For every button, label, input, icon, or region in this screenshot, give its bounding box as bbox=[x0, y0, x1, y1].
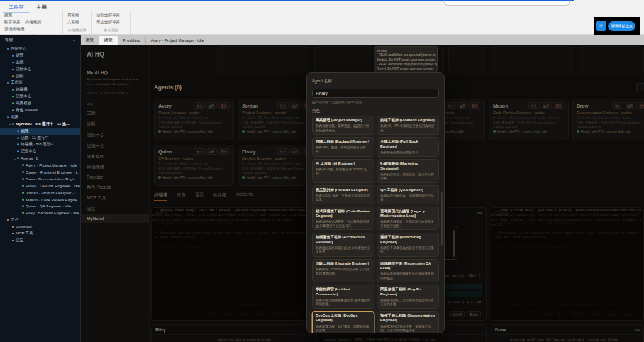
role-option[interactable]: 舊專案現代化總管 (Legacy Modernization Lead) 負責舊… bbox=[377, 207, 439, 231]
tree-item[interactable]: Finley · DevOps Engineer · idle bbox=[0, 182, 80, 189]
tree-item-label: Riley · Backend Engineer · idle bbox=[26, 211, 79, 215]
role-option[interactable]: 程式碼審查工程師 (Code Review Engineer) 負責最終程式碼審… bbox=[312, 207, 374, 231]
role-option[interactable]: QA 工程師 (QA Engineer) 負責驗證功能行為、回歸風險與交付品質。 bbox=[377, 185, 439, 204]
tree-item[interactable]: 終端機 bbox=[0, 86, 80, 93]
terminal-wall-button[interactable]: 終端機牆 bbox=[25, 19, 41, 25]
grid-4-button[interactable]: 四宮格 bbox=[67, 13, 87, 18]
tree-status-dot bbox=[12, 240, 14, 241]
tree-item[interactable]: 總覽 bbox=[0, 128, 80, 135]
tree-item[interactable]: Casey · Frontend Engineer · i… bbox=[0, 168, 80, 175]
tree-item[interactable]: 設定 bbox=[0, 237, 80, 244]
role-option[interactable]: 重構工程師 (Refactoring Engineer) 負責在不破壞行為的前提… bbox=[377, 233, 439, 256]
task-instructions-tooltip: version.- READ and follow: ux-spec.md (o… bbox=[374, 46, 438, 72]
tree-status-dot bbox=[12, 226, 14, 228]
tree-item-label: Mason · Code Review Engine… bbox=[26, 197, 80, 202]
ribbon-body: 總覽 顯示專案 終端機牆 新增終端機 快速操作 四宮格 六宮格 終端機佈局 bbox=[0, 11, 644, 34]
tree-item[interactable]: 活動 · 11 進行中 bbox=[0, 135, 80, 141]
role-option[interactable]: 全端工程師 (Full Stack Engineer) 負責前後端貫穿的完整實作… bbox=[377, 137, 439, 157]
tree-item[interactable]: 記憶中心 bbox=[0, 93, 80, 100]
role-option[interactable]: 架構審查工程師 (Architecture Reviewer) 負責盤點架構與耦… bbox=[312, 233, 374, 256]
role-option[interactable]: 升級工程師 (Upgrade Engineer) 負責依賴、runtime 與框… bbox=[312, 259, 374, 283]
role-option[interactable]: 事故指揮官 (Incident Commander) 負責不確定範圍的事故指揮,… bbox=[312, 285, 374, 309]
role-option[interactable]: 行銷策略師 (Marketing Strategist) 負責品牌訊息、行銷活動… bbox=[377, 159, 439, 183]
menu-tab-workspace[interactable]: 工作區 bbox=[3, 2, 30, 13]
document-tab[interactable]: Providers bbox=[118, 36, 146, 45]
tree-item[interactable]: ⌄ Agents · 8 bbox=[0, 155, 80, 162]
role-title: 問題修復工程師 (Bug Fix Engineer) bbox=[380, 287, 435, 297]
tree-status-dot bbox=[22, 212, 24, 214]
tree-item[interactable]: 控制中心 bbox=[0, 45, 80, 52]
tree-item-label: Jordan · Product Designer · i… bbox=[26, 190, 79, 195]
start-all-projects-button[interactable]: 啟動全部專案 bbox=[96, 13, 126, 18]
tree-status-dot bbox=[22, 171, 24, 173]
tooltip-line: Avery). Do NOT create your own version. bbox=[377, 67, 435, 71]
tree-status-dot bbox=[22, 185, 24, 187]
tree-item[interactable]: 活動中心 bbox=[0, 66, 80, 73]
tree-item[interactable]: 角色 Presets bbox=[0, 107, 80, 114]
role-option[interactable]: 問題修復工程師 (Bug Fix Engineer) 負責重現缺陷、定位根因並提… bbox=[377, 285, 439, 309]
ribbon-group-layout: 四宮格 六宮格 終端機佈局 bbox=[63, 11, 92, 34]
tree-item[interactable]: 診斷 bbox=[0, 73, 80, 80]
promo-button[interactable]: 嘖嘖贊助上線 bbox=[608, 21, 635, 31]
agent-name-input[interactable] bbox=[312, 89, 439, 98]
tree-item[interactable]: Quinn · QA Engineer · idle bbox=[0, 202, 80, 209]
tree-item-label: 整合 bbox=[11, 217, 18, 223]
role-option[interactable]: 後端工程師 (Backend Engineer) 負責 API、服務、資料流與重… bbox=[312, 137, 374, 157]
stop-all-projects-button[interactable]: 停止全部專案 bbox=[96, 19, 126, 25]
tree-status-dot bbox=[17, 143, 19, 145]
agent-name-label: Agent 名稱 bbox=[312, 79, 439, 84]
role-option[interactable]: 專案經理 (Project Manager) 負責拆解任務、掌握進度、協調交付節… bbox=[312, 116, 374, 135]
role-option[interactable]: 前端工程師 (Frontend Engineer) 負責 UI、API 串接與使… bbox=[377, 116, 439, 135]
role-description: 負責不確定範圍的事故指揮,優先通訊與降低影響。 bbox=[316, 298, 370, 306]
grid-6-button[interactable]: 六宮格 bbox=[67, 19, 87, 25]
tree-item[interactable]: Drew · Documentation Engin… bbox=[0, 175, 80, 182]
menu-tab-host[interactable]: 主機 bbox=[30, 2, 53, 13]
ribbon-group-label: 終端機佈局 bbox=[67, 26, 87, 33]
collapse-sidebar-icon[interactable]: « bbox=[73, 38, 75, 43]
tree-item[interactable]: ⌄ MyNote2 · 8/8 運行中 · 11 進… bbox=[0, 121, 80, 128]
document-tab[interactable]: 總覽 bbox=[99, 36, 118, 45]
tree-item[interactable]: 總覽 bbox=[0, 52, 80, 59]
role-option[interactable]: 產品設計師 (Product Designer) 負責 UX/UI 規格、互動樣… bbox=[312, 185, 374, 204]
tree-item[interactable]: 記憶中心 bbox=[0, 148, 80, 155]
tree-item[interactable]: Providers bbox=[0, 223, 80, 230]
tree-item-label: 專案 bbox=[11, 114, 18, 120]
tree-item[interactable]: 主腦 bbox=[0, 59, 80, 66]
tree-item[interactable]: Jordan · Product Designer · i… bbox=[0, 189, 80, 196]
document-tab[interactable]: Avery · Project Manager · idle bbox=[146, 36, 209, 45]
tree-item[interactable]: 整合 bbox=[0, 216, 80, 223]
tree-status-dot bbox=[7, 219, 9, 221]
tree-status-dot bbox=[12, 123, 14, 125]
role-description: 負責盤點架構與耦合點,並確保改動的安全邊界。 bbox=[316, 246, 370, 254]
role-description: 負責重現缺陷、定位根因並提交最小且安全的修復。 bbox=[380, 298, 435, 306]
role-description: 負責前後端貫穿的完整實作。 bbox=[380, 150, 435, 155]
document-tab[interactable]: 總覽 bbox=[80, 36, 99, 45]
tree-item[interactable]: Avery · Project Manager · idle bbox=[0, 162, 80, 168]
role-description: 負責舊系統盤點、分階段現代化與安全升級路徑規劃。 bbox=[380, 219, 435, 228]
show-projects-button[interactable]: 顯示專案 bbox=[4, 19, 20, 25]
role-option[interactable]: DevOps 工程師 (DevOps Engineer) 負責建置流程、執行環境… bbox=[312, 311, 374, 333]
tree-item[interactable]: MCP 工具 bbox=[0, 230, 80, 237]
tree-item[interactable]: 工作區 bbox=[0, 79, 80, 86]
tree-item-label: Casey · Frontend Engineer · i… bbox=[26, 170, 80, 174]
tooltip-line: - READ and follow: mvp-plan.md (owned by bbox=[377, 62, 435, 67]
tree-item[interactable]: 專案模板 bbox=[0, 100, 80, 107]
role-description: 負責 UI、API 串接與使用者端行為確定性。 bbox=[380, 124, 435, 132]
tree-status-dot bbox=[22, 192, 24, 194]
role-option[interactable]: AI 工程師 (AI Engineer) 負責 AI 功能、模型整合與 prom… bbox=[312, 159, 374, 183]
overview-button[interactable]: 總覽 bbox=[4, 13, 58, 18]
modal-scrollbar[interactable] bbox=[441, 192, 443, 245]
role-option[interactable]: 操作手冊工程師 (Documentation Engineer) 負責撰寫軟體操… bbox=[377, 311, 439, 333]
role-title: 回歸驗證主管 (Regression QA Lead) bbox=[380, 262, 435, 271]
tree-item[interactable]: ⌄ 專案 bbox=[0, 114, 80, 121]
role-title: 程式碼審查工程師 (Code Review Engineer) bbox=[316, 209, 370, 219]
tree-status-dot bbox=[22, 199, 24, 201]
ribbon-group-lifecycle: 啟動全部專案 停止全部專案 生命週期 bbox=[92, 11, 131, 34]
tooltip-line: version. bbox=[377, 48, 435, 53]
tree-item[interactable]: 終端機 · 8/8 運行中 bbox=[0, 141, 80, 148]
tree-item[interactable]: Riley · Backend Engineer · idle bbox=[0, 209, 80, 216]
role-option[interactable]: 回歸驗證主管 (Regression QA Lead) 負責高風險或跨專案改動的… bbox=[377, 259, 439, 283]
tree-status-dot bbox=[12, 75, 14, 77]
tree-item[interactable]: Mason · Code Review Engine… bbox=[0, 196, 80, 203]
new-terminal-button[interactable]: 新增終端機 bbox=[4, 26, 58, 32]
